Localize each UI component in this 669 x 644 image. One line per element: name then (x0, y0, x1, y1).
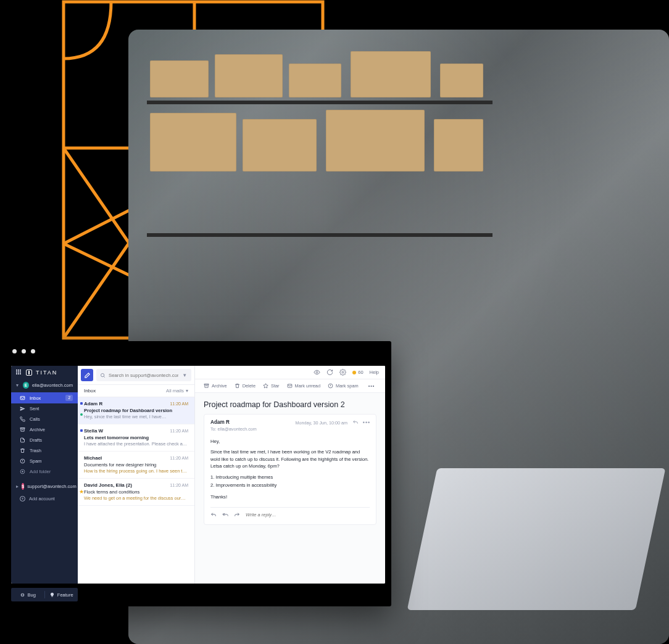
view-toggle-button[interactable] (314, 369, 320, 376)
sidebar-item-calls[interactable]: Calls (11, 414, 78, 424)
sidebar-item-archive[interactable]: Archive (11, 424, 78, 435)
reader-body: Project roadmap for Dashboard version 2 … (195, 393, 385, 584)
chevron-down-icon: ▾ (16, 382, 20, 388)
message-title: Project roadmap for Dashboard version 2 (204, 400, 376, 409)
mail-preview: I have attached the presentation. Please… (84, 441, 188, 447)
sidebar-item-inbox[interactable]: Inbox 2 (11, 392, 78, 403)
archive-icon (204, 383, 209, 389)
mark-spam-button[interactable]: Mark spam (328, 383, 359, 389)
msg-line: Hey, (210, 438, 370, 445)
mail-list: Adam R11:20 AMProject roadmap for Dashbo… (78, 397, 194, 584)
settings-button[interactable] (339, 369, 346, 376)
brand-bar: TITAN (11, 366, 78, 379)
reply-bar (210, 507, 370, 518)
more-icon[interactable]: ••• (364, 419, 370, 426)
mail-icon (287, 383, 293, 389)
action-label: Mark spam (336, 383, 359, 389)
account-label: ella@avontech.com (32, 382, 73, 388)
sidebar-item-label: Calls (30, 416, 40, 422)
account-primary[interactable]: ▾ E ella@avontech.com (11, 379, 78, 391)
mail-list-panel: ▾ Inbox All mails ▾ Adam R11:20 AMProjec… (78, 366, 195, 584)
svg-rect-15 (22, 593, 23, 597)
top-toolbar: 60 Help (195, 366, 385, 379)
mail-from: Michael (84, 455, 102, 461)
star-button[interactable]: Star (263, 383, 280, 389)
avatar: S (22, 483, 24, 490)
sidebar-item-label: Add folder (30, 469, 51, 474)
request-feature-button[interactable]: Feature (45, 592, 78, 598)
sidebar-item-add-folder[interactable]: Add folder (11, 466, 78, 477)
more-actions-button[interactable]: ••• (368, 383, 375, 389)
reply-all-icon[interactable] (222, 512, 228, 518)
status-dot-icon (352, 371, 356, 374)
mail-row[interactable]: Adam R11:20 AMProject roadmap for Dashbo… (78, 397, 194, 424)
help-link[interactable]: Help (370, 369, 379, 375)
feature-label: Feature (57, 592, 73, 598)
mail-row[interactable]: ★David Jones, Ella (2)11:20 AMFlock term… (78, 479, 194, 506)
drafts-icon (20, 437, 25, 443)
sidebar-item-label: Inbox (30, 395, 41, 401)
search-input[interactable] (109, 373, 178, 378)
reply-icon[interactable] (352, 419, 359, 426)
search-input-container[interactable]: ▾ (96, 369, 191, 381)
svg-rect-5 (20, 396, 25, 399)
app-switcher-icon[interactable] (16, 369, 22, 376)
email-app: TITAN ▾ E ella@avontech.com Inbox 2 (11, 366, 385, 584)
reply-icon[interactable] (210, 512, 217, 518)
message-body: Hey, Since the last time we met, I have … (210, 438, 370, 501)
sidebar: TITAN ▾ E ella@avontech.com Inbox 2 (11, 366, 78, 584)
sidebar-item-label: Trash (30, 448, 41, 453)
sidebar-item-sent[interactable]: Sent (11, 403, 78, 414)
mail-preview: We need to get on a meeting for the disc… (84, 495, 188, 501)
action-label: Star (271, 383, 280, 389)
mail-preview: How is the hiring process going on. I ha… (84, 468, 188, 474)
delete-button[interactable]: Delete (235, 383, 256, 389)
chevron-down-icon[interactable]: ▾ (181, 372, 188, 378)
archive-icon (20, 427, 25, 432)
mail-time: 11:20 AM (170, 402, 188, 406)
search-row: ▾ (78, 366, 194, 385)
phone-icon (20, 416, 25, 422)
count-value: 60 (358, 369, 363, 375)
message-card: Adam R To: ella@avontech.com Monday, 30 … (204, 414, 376, 525)
inbox-icon (20, 395, 25, 401)
reply-input[interactable] (246, 512, 370, 518)
sidebar-item-trash[interactable]: Trash (11, 445, 78, 456)
mail-time: 11:20 AM (170, 456, 188, 460)
mail-time: 11:20 AM (170, 483, 188, 487)
compose-button[interactable] (81, 369, 93, 381)
sidebar-item-label: Sent (30, 406, 39, 411)
sidebar-item-label: Spam (30, 458, 42, 464)
sidebar-item-spam[interactable]: Spam (11, 456, 78, 466)
report-bug-button[interactable]: Bug (11, 592, 44, 598)
mail-subject: Flock terms and conditions (84, 489, 188, 495)
filter-label: All mails (166, 388, 184, 394)
archive-button[interactable]: Archive (204, 383, 227, 389)
sent-icon (20, 406, 25, 411)
forward-icon[interactable] (234, 512, 240, 518)
sidebar-item-drafts[interactable]: Drafts (11, 435, 78, 445)
add-account-button[interactable]: + Add account (11, 492, 78, 505)
presence-dot-icon (80, 413, 83, 416)
brand-name: TITAN (36, 369, 57, 376)
window-traffic-lights (12, 349, 35, 353)
star-icon: ★ (79, 489, 84, 495)
bug-label: Bug (28, 592, 36, 598)
reader-panel: 60 Help Archive Delete (195, 366, 385, 584)
svg-rect-6 (20, 428, 25, 429)
mail-row[interactable]: Stella W11:20 AMLets meet tomorrow morni… (78, 424, 194, 452)
chevron-down-icon: ▾ (186, 388, 188, 394)
sidebar-item-label: Archive (30, 427, 45, 432)
list-title: Inbox (84, 388, 96, 394)
help-label: Help (370, 369, 379, 375)
avatar: E (23, 382, 29, 389)
action-label: Archive (212, 383, 227, 389)
spam-icon (328, 383, 333, 389)
mark-unread-button[interactable]: Mark unread (287, 383, 321, 389)
message-date: Monday, 30 Jun, 10:00 am (295, 420, 347, 426)
list-filter[interactable]: All mails ▾ (166, 388, 188, 394)
account-secondary[interactable]: ▸ S support@avontech.com (11, 481, 78, 492)
bottom-bar: Bug Feature (11, 588, 78, 601)
refresh-button[interactable] (326, 369, 333, 376)
mail-row[interactable]: Michael11:20 AMDocuments for new designe… (78, 452, 194, 479)
